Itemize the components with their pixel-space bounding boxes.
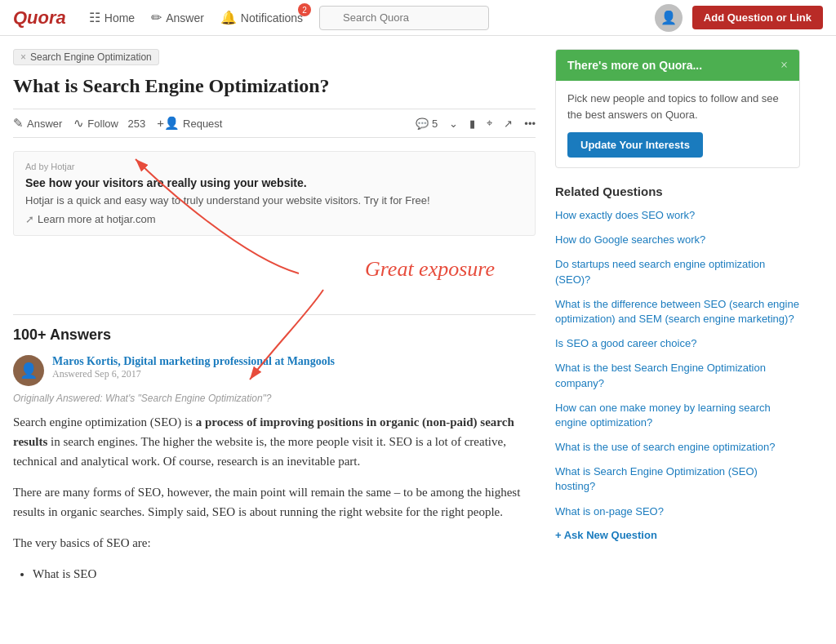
twitter-share-button[interactable]: ⌖ — [487, 117, 492, 130]
answer-date: Answered Sep 6, 2017 — [52, 368, 335, 380]
action-bar-right: 💬 5 ⌄ ▮ ⌖ ↗ ••• — [416, 117, 536, 130]
related-question-link-6[interactable]: What is the best Search Engine Optimizat… — [555, 361, 800, 390]
sidebar-more-text: Pick new people and topics to follow and… — [567, 91, 788, 122]
breadcrumb-label: Search Engine Optimization — [30, 51, 152, 63]
list-item: What is SEO — [33, 564, 536, 584]
request-icon: +👤 — [157, 116, 180, 131]
related-question-link-3[interactable]: Do startups need search engine optimizat… — [555, 257, 800, 286]
nav-notifications[interactable]: 🔔 Notifications 2 — [220, 10, 303, 25]
ad-title: See how your visitors are really using y… — [25, 176, 523, 189]
answers-header: 100+ Answers — [13, 314, 536, 344]
search-input[interactable] — [319, 6, 489, 30]
answer-paragraph-2: There are many forms of SEO, however, th… — [13, 482, 536, 522]
navbar: Quora ☷ Home ✏ Answer 🔔 Notifications 2 … — [0, 0, 836, 36]
answer-label: Answer — [27, 118, 62, 130]
follow-icon: ∿ — [73, 116, 84, 131]
ad-body: Hotjar is a quick and easy way to truly … — [25, 194, 523, 207]
downvote-button[interactable]: ⌄ — [449, 118, 458, 130]
author-info: Maros Kortis, Digital marketing professi… — [52, 355, 335, 380]
pencil-icon: ✏ — [151, 10, 162, 25]
related-question-item-4: What is the difference between SEO (sear… — [555, 297, 800, 326]
update-interests-button[interactable]: Update Your Interests — [567, 132, 703, 158]
sidebar-more-box: There's more on Quora... × Pick new peop… — [555, 49, 800, 168]
related-question-link-2[interactable]: How do Google searches work? — [555, 233, 800, 247]
downvote-icon: ⌄ — [449, 118, 458, 130]
question-title: What is Search Engine Optimization? — [13, 73, 536, 99]
answer-paragraph-3: The very basics of SEO are: — [13, 533, 536, 553]
related-question-link-4[interactable]: What is the difference between SEO (sear… — [555, 297, 800, 326]
main-column: × Search Engine Optimization What is Sea… — [13, 49, 536, 587]
related-question-item-3: Do startups need search engine optimizat… — [555, 257, 800, 286]
more-icon: ••• — [524, 118, 536, 130]
home-icon: ☷ — [89, 10, 100, 25]
answer-label: Answer — [166, 11, 204, 24]
request-label: Request — [183, 118, 222, 130]
annotation-text: Great exposure — [365, 257, 495, 282]
answer-meta: 👤 Maros Kortis, Digital marketing profes… — [13, 355, 536, 386]
answer-paragraph-1: Search engine optimization (SEO) is a pr… — [13, 412, 536, 471]
author-avatar: 👤 — [13, 355, 44, 386]
follow-button[interactable]: ∿ Follow 253 — [73, 116, 145, 131]
quora-logo[interactable]: Quora — [13, 7, 66, 29]
comment-icon: 💬 — [416, 118, 429, 130]
comment-count: 5 — [432, 118, 438, 130]
related-question-link-7[interactable]: How can one make money by learning searc… — [555, 401, 800, 430]
related-question-item-1: How exactly does SEO work? — [555, 208, 800, 223]
related-question-item-2: How do Google searches work? — [555, 233, 800, 247]
comments-button[interactable]: 💬 5 — [416, 118, 438, 130]
related-question-link-10[interactable]: What is on-page SEO? — [555, 504, 800, 519]
related-question-item-5: Is SEO a good career choice? — [555, 336, 800, 351]
more-button[interactable]: ••• — [524, 118, 536, 130]
action-bar: ✎ Answer ∿ Follow 253 +👤 Request 💬 5 ⌄ — [13, 109, 536, 138]
related-questions-title: Related Questions — [555, 184, 800, 198]
ad-link[interactable]: ➚ Learn more at hotjar.com — [25, 213, 523, 225]
follow-label: Follow — [87, 118, 118, 130]
related-question-link-5[interactable]: Is SEO a good career choice? — [555, 336, 800, 351]
notification-badge: 2 — [298, 3, 311, 16]
request-button[interactable]: +👤 Request — [157, 116, 222, 131]
related-question-link-1[interactable]: How exactly does SEO work? — [555, 208, 800, 223]
answer-list: What is SEO — [33, 564, 536, 584]
home-label: Home — [104, 11, 135, 24]
nav-home[interactable]: ☷ Home — [89, 10, 135, 25]
bell-icon: 🔔 — [220, 10, 237, 25]
external-link-icon: ➚ — [25, 213, 34, 225]
answer-icon: ✎ — [13, 116, 24, 131]
ad-section: Ad by Hotjar See how your visitors are r… — [13, 151, 536, 236]
related-question-item-6: What is the best Search Engine Optimizat… — [555, 361, 800, 390]
sidebar-more-body: Pick new people and topics to follow and… — [556, 81, 799, 167]
sidebar-more-header: There's more on Quora... × — [556, 50, 799, 81]
navbar-right: 👤 Add Question or Link — [655, 4, 823, 32]
ask-new-question-button[interactable]: + Ask New Question — [555, 529, 800, 541]
author-name[interactable]: Maros Kortis, Digital marketing professi… — [52, 355, 335, 368]
related-question-item-7: How can one make money by learning searc… — [555, 401, 800, 430]
nav-answer[interactable]: ✏ Answer — [151, 10, 204, 25]
original-question: Originally Answered: What's "Search Engi… — [13, 393, 536, 404]
related-questions-section: Related Questions How exactly does SEO w… — [555, 184, 800, 541]
sidebar-more-title: There's more on Quora... — [567, 59, 702, 72]
user-icon: 👤 — [660, 10, 677, 25]
share-button[interactable]: ↗ — [504, 118, 513, 130]
related-question-item-8: What is the use of search engine optimiz… — [555, 440, 800, 455]
related-question-item-10: What is on-page SEO? — [555, 504, 800, 519]
sidebar-more-close[interactable]: × — [780, 58, 788, 73]
ad-link-text: Learn more at hotjar.com — [38, 213, 156, 225]
breadcrumb-close[interactable]: × — [20, 51, 26, 63]
search-wrapper: 🔍 — [319, 6, 489, 30]
breadcrumb: × Search Engine Optimization — [13, 49, 159, 65]
answer-button[interactable]: ✎ Answer — [13, 116, 62, 131]
related-question-link-8[interactable]: What is the use of search engine optimiz… — [555, 440, 800, 455]
avatar-icon: 👤 — [20, 362, 38, 380]
answer-body: Search engine optimization (SEO) is a pr… — [13, 412, 536, 584]
page-content: × Search Engine Optimization What is Sea… — [0, 36, 836, 587]
ask-new-label: + Ask New Question — [555, 529, 657, 541]
add-question-button[interactable]: Add Question or Link — [692, 6, 823, 29]
twitter-icon: ⌖ — [487, 117, 492, 130]
related-question-link-9[interactable]: What is Search Engine Optimization (SEO)… — [555, 464, 800, 494]
follow-count: 253 — [128, 118, 146, 130]
annotation-area: Great exposure — [13, 249, 536, 314]
facebook-share-button[interactable]: ▮ — [469, 118, 475, 130]
avatar[interactable]: 👤 — [655, 4, 683, 32]
related-question-item-9: What is Search Engine Optimization (SEO)… — [555, 464, 800, 494]
ad-label: Ad by Hotjar — [25, 162, 523, 171]
